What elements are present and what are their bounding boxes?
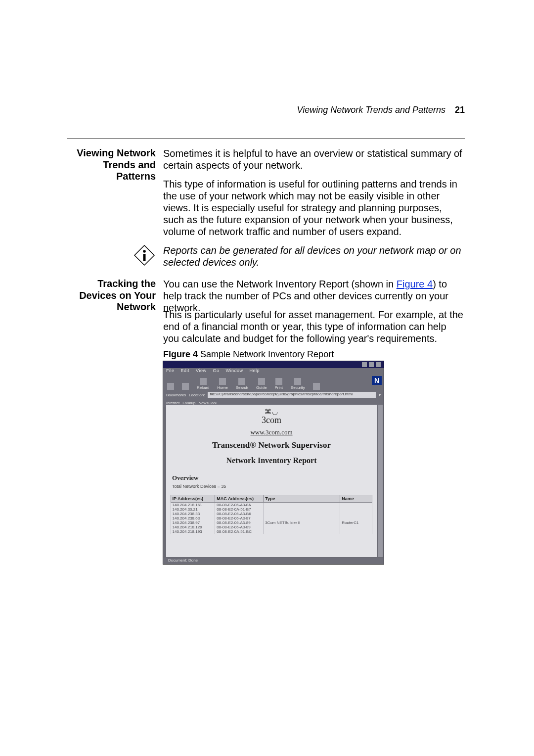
- th-mac: MAC Address(es): [215, 495, 264, 503]
- overview-total: Total Network Devices = 35: [172, 484, 377, 489]
- tool-print[interactable]: Print: [274, 378, 282, 390]
- location-field[interactable]: file:///C|/transcend/sendpaper/conceptgu…: [208, 392, 376, 398]
- cell-mac: 08-08-E2-06-A3-8A: [215, 503, 264, 508]
- figure-caption-text: Sample Network Inventory Report: [198, 349, 334, 359]
- cell-mac: 08-08-E2-06-A3-87: [215, 516, 264, 520]
- table-row: 140.204.218.12908-08-E2-06-A3-89: [171, 525, 372, 529]
- tool-search[interactable]: Search: [236, 378, 248, 390]
- menu-go[interactable]: Go: [213, 368, 219, 373]
- vertical-scrollbar[interactable]: [378, 405, 383, 557]
- tool-home[interactable]: Home: [217, 378, 227, 390]
- cell-name: [340, 516, 372, 520]
- table-row: 140.204.238.3308-08-E2-06-A3-B6: [171, 512, 372, 516]
- table-row: 140.204.238.6308-08-E2-06-A3-87: [171, 516, 372, 520]
- forward-icon: [182, 383, 189, 390]
- cell-mac: 08-08-E2-06-A3-89: [215, 525, 264, 529]
- th-name: Name: [340, 495, 372, 503]
- lock-icon: [294, 378, 301, 385]
- para-s1-1: Sometimes it is helpful to have an overv…: [163, 147, 465, 171]
- location-chevron-icon[interactable]: ▾: [379, 393, 381, 397]
- section-heading-tracking: Tracking the Devices on Your Network: [67, 278, 156, 313]
- cell-mac: 08-08-E2-06-A3-89: [215, 520, 264, 525]
- bookmarks-button[interactable]: Bookmarks: [166, 393, 186, 397]
- location-bar: Bookmarks Location: file:///C|/transcend…: [163, 391, 384, 399]
- report-title: Network Inventory Report: [166, 456, 377, 465]
- cell-type: [264, 507, 340, 512]
- horizontal-rule: [67, 139, 465, 139]
- tool-reload[interactable]: Reload: [197, 378, 209, 390]
- figure-4-link[interactable]: Figure 4: [397, 279, 433, 289]
- th-ip: IP Address(es): [171, 495, 215, 503]
- window-titlebar: [163, 361, 384, 368]
- menu-edit[interactable]: Edit: [181, 368, 190, 373]
- inventory-table: IP Address(es) MAC Address(es) Type Name…: [171, 495, 373, 534]
- tool-back[interactable]: [167, 383, 174, 390]
- cell-ip: 140.204.218.129: [171, 525, 215, 529]
- cell-type: [264, 512, 340, 516]
- maximize-icon[interactable]: [369, 362, 374, 367]
- page: Viewing Network Trends and Patterns 21 V…: [0, 0, 534, 756]
- section-heading-viewing: Viewing Network Trends and Patterns: [67, 147, 156, 183]
- guide-icon: [258, 378, 265, 385]
- svg-point-1: [143, 250, 146, 253]
- tool-guide[interactable]: Guide: [256, 378, 267, 390]
- menubar: File Edit View Go Window Help: [163, 368, 384, 375]
- cell-name: [340, 525, 372, 529]
- cell-name: RouterC1: [340, 520, 372, 525]
- cell-type: [264, 516, 340, 520]
- stop-icon: [313, 383, 320, 390]
- screenshot-browser-window: File Edit View Go Window Help Reload Hom…: [163, 361, 384, 564]
- netscape-logo-icon: N: [372, 376, 382, 385]
- status-bar: Document: Done: [163, 558, 384, 564]
- cell-mac: 08-08-E2-0A-51-B7: [215, 507, 264, 512]
- overview-heading: Overview: [172, 474, 377, 482]
- para-s2-2: This is particularly useful for asset ma…: [163, 309, 465, 344]
- cell-type: [264, 529, 340, 534]
- menu-file[interactable]: File: [166, 368, 175, 373]
- report-product-title: Transcend® Network Supervisor: [166, 440, 377, 450]
- table-row: 140.204.218.19308-08-E2-0A-51-BC: [171, 529, 372, 534]
- page-number: 21: [455, 105, 465, 115]
- figure-label: Figure 4: [163, 349, 198, 359]
- reload-icon: [200, 378, 207, 385]
- back-icon: [167, 383, 174, 390]
- note-text: Reports can be generated for all devices…: [163, 244, 465, 268]
- cell-name: [340, 512, 372, 516]
- menu-window[interactable]: Window: [225, 368, 243, 373]
- para-s1-2: This type of information is useful for o…: [163, 178, 465, 237]
- tool-forward[interactable]: [182, 383, 189, 390]
- tool-stop[interactable]: [313, 383, 320, 390]
- cell-type: [264, 503, 340, 508]
- cell-type: 3Com NETBuilder II: [264, 520, 340, 525]
- print-icon: [275, 378, 282, 385]
- menu-help[interactable]: Help: [250, 368, 260, 373]
- minimize-icon[interactable]: [362, 362, 367, 367]
- cell-name: [340, 507, 372, 512]
- cell-ip: 140.204.218.161: [171, 503, 215, 508]
- close-icon[interactable]: [376, 362, 381, 367]
- cell-ip: 140.204.218.193: [171, 529, 215, 534]
- report-content: ⌘◡ 3com www.3com.com Transcend® Network …: [166, 405, 377, 557]
- cell-ip: 140.204.238.63: [171, 516, 215, 520]
- para-s2-1a: You can use the Network Inventory Report…: [163, 279, 397, 289]
- location-label: Location:: [189, 393, 205, 397]
- cell-name: [340, 529, 372, 534]
- home-icon: [219, 378, 226, 385]
- running-title: Viewing Network Trends and Patterns: [297, 105, 445, 115]
- table-row: 140.204.30.2108-08-E2-0A-51-B7: [171, 507, 372, 512]
- info-icon: [134, 244, 155, 266]
- figure-caption: Figure 4 Sample Network Inventory Report: [163, 349, 334, 360]
- toolbar: Reload Home Search Guide Print Security: [163, 375, 384, 391]
- svg-rect-2: [143, 254, 146, 261]
- cell-mac: 08-08-E2-06-A3-B6: [215, 512, 264, 516]
- tool-security[interactable]: Security: [291, 378, 305, 390]
- cell-ip: 140.204.238.33: [171, 512, 215, 516]
- brand-url-link[interactable]: www.3com.com: [166, 428, 377, 436]
- table-row: 140.204.238.9708-08-E2-06-A3-893Com NETB…: [171, 520, 372, 525]
- cell-name: [340, 503, 372, 508]
- table-row: 140.204.218.16108-08-E2-06-A3-8A: [171, 503, 372, 508]
- th-type: Type: [264, 495, 340, 503]
- cell-ip: 140.204.238.97: [171, 520, 215, 525]
- cell-ip: 140.204.30.21: [171, 507, 215, 512]
- menu-view[interactable]: View: [196, 368, 206, 373]
